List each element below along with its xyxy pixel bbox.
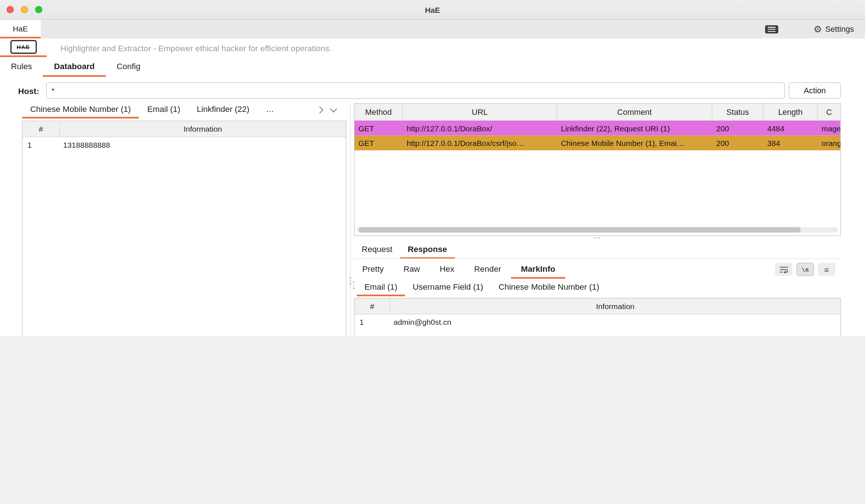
requests-table: Method URL Comment Status Length C GET h…: [354, 103, 841, 236]
tab-request[interactable]: Request: [354, 240, 400, 259]
left-tab-arrows: [317, 101, 336, 119]
viewer-tabs: Request Response: [354, 240, 455, 259]
tab-more-ellipsis[interactable]: …: [258, 101, 282, 119]
extension-subtitle: Highlighter and Extractor - Empower ethi…: [60, 38, 332, 57]
cell-status: 200: [712, 136, 764, 151]
window-title: HaE: [0, 0, 865, 20]
left-data-tabs: Chinese Mobile Number (1) Email (1) Link…: [22, 101, 282, 119]
tab-linkfinder[interactable]: Linkfinder (22): [188, 101, 258, 119]
tab-hae[interactable]: HaE: [0, 20, 41, 38]
tab-hae-logo[interactable]: HAE: [0, 38, 47, 57]
col-color[interactable]: C: [818, 104, 840, 120]
editor-icon-buttons: \n ≡: [775, 263, 835, 276]
tab-response[interactable]: Response: [400, 240, 455, 259]
left-col-index: #: [23, 121, 60, 137]
horizontal-splitter-handle[interactable]: ⋯: [586, 234, 608, 241]
tab-pretty[interactable]: Pretty: [354, 260, 394, 279]
markinfo-splitter-handle[interactable]: [353, 282, 355, 289]
left-col-information: Information: [60, 121, 346, 137]
host-label: Host:: [18, 80, 39, 101]
show-newlines-icon[interactable]: \n: [797, 263, 814, 276]
col-comment[interactable]: Comment: [557, 104, 713, 120]
tab-markinfo-username-field[interactable]: Username Field (1): [405, 279, 491, 296]
cell-length: 384: [764, 136, 818, 151]
tab-hex[interactable]: Hex: [430, 260, 464, 279]
markinfo-col-index: #: [355, 298, 390, 314]
tab-list-icon[interactable]: [330, 105, 337, 112]
markinfo-col-information: Information: [390, 298, 840, 314]
menu-icon-lines: [768, 27, 776, 32]
tab-markinfo-email[interactable]: Email (1): [357, 279, 405, 296]
newline-glyph: \n: [802, 266, 809, 273]
col-status[interactable]: Status: [712, 104, 764, 120]
cell-comment: Linkfinder (22), Request URI (1): [557, 121, 713, 136]
table-row[interactable]: 1 admin@gh0st.cn: [355, 315, 840, 330]
main-tabbar: HaE ⚙ Settings: [0, 20, 865, 38]
editor-menu-icon[interactable]: ≡: [818, 263, 835, 276]
cell-status: 200: [712, 121, 764, 136]
editor-tabs: Pretty Raw Hex Render MarkInfo: [354, 260, 565, 279]
tab-email[interactable]: Email (1): [139, 101, 188, 119]
row-information: 13188888888: [60, 137, 346, 153]
tab-render[interactable]: Render: [464, 260, 511, 279]
requests-table-header: Method URL Comment Status Length C: [355, 104, 840, 121]
tab-databoard[interactable]: Databoard: [43, 57, 106, 77]
panel-divider: [350, 102, 351, 336]
markinfo-info-table: # Information 1 admin@gh0st.cn: [354, 298, 841, 336]
word-wrap-icon[interactable]: [775, 263, 793, 276]
host-input[interactable]: [46, 82, 785, 99]
nav-tabs: Rules Databoard Config: [0, 57, 151, 77]
settings-label: Settings: [825, 25, 854, 34]
cell-color: magenta: [818, 121, 840, 136]
markinfo-tabs: Email (1) Username Field (1) Chinese Mob…: [357, 279, 607, 296]
hamburger-glyph: ≡: [824, 265, 829, 274]
gear-icon: ⚙: [814, 25, 822, 34]
row-index: 1: [23, 137, 60, 153]
tab-markinfo[interactable]: MarkInfo: [511, 260, 565, 279]
viewer-separator: [354, 259, 841, 259]
row-information: admin@gh0st.cn: [390, 315, 840, 330]
panel-splitter-handle[interactable]: [349, 277, 353, 285]
cell-length: 4484: [764, 121, 818, 136]
tab-config[interactable]: Config: [106, 57, 151, 77]
next-tab-icon[interactable]: [316, 106, 323, 113]
titlebar: HaE: [0, 0, 865, 20]
cell-method: GET: [355, 136, 403, 151]
left-table-header: # Information: [23, 121, 346, 138]
request-row[interactable]: GET http://127.0.0.1/DoraBox/csrf/jso… C…: [355, 136, 840, 151]
cell-url: http://127.0.0.1/DoraBox/: [403, 121, 557, 136]
table-row[interactable]: 1 13188888888: [23, 137, 346, 153]
cell-comment: Chinese Mobile Number (1), Emai…: [557, 136, 713, 151]
col-url[interactable]: URL: [403, 104, 557, 120]
menu-icon[interactable]: [765, 25, 778, 34]
action-button[interactable]: Action: [789, 82, 841, 99]
col-method[interactable]: Method: [355, 104, 403, 120]
settings-button[interactable]: ⚙ Settings: [814, 20, 854, 38]
cell-method: GET: [355, 121, 403, 136]
cell-color: orange: [818, 136, 840, 151]
tab-rules[interactable]: Rules: [0, 57, 43, 77]
tab-chinese-mobile-number[interactable]: Chinese Mobile Number (1): [22, 101, 139, 119]
tab-markinfo-chinese-mobile[interactable]: Chinese Mobile Number (1): [491, 279, 607, 296]
left-info-table: # Information 1 13188888888: [22, 121, 347, 336]
markinfo-table-header: # Information: [355, 298, 840, 315]
request-row[interactable]: GET http://127.0.0.1/DoraBox/ Linkfinder…: [355, 121, 840, 136]
col-length[interactable]: Length: [764, 104, 818, 120]
extension-header: HAE Highlighter and Extractor - Empower …: [0, 38, 865, 57]
cell-url: http://127.0.0.1/DoraBox/csrf/jso…: [403, 136, 557, 151]
tab-raw[interactable]: Raw: [394, 260, 430, 279]
hae-logo-icon: HAE: [10, 40, 37, 54]
horizontal-scrollbar-thumb[interactable]: [359, 227, 801, 233]
hae-window: HaE HaE ⚙ Settings HAE Highlighter and E…: [0, 0, 865, 336]
row-index: 1: [355, 315, 390, 330]
